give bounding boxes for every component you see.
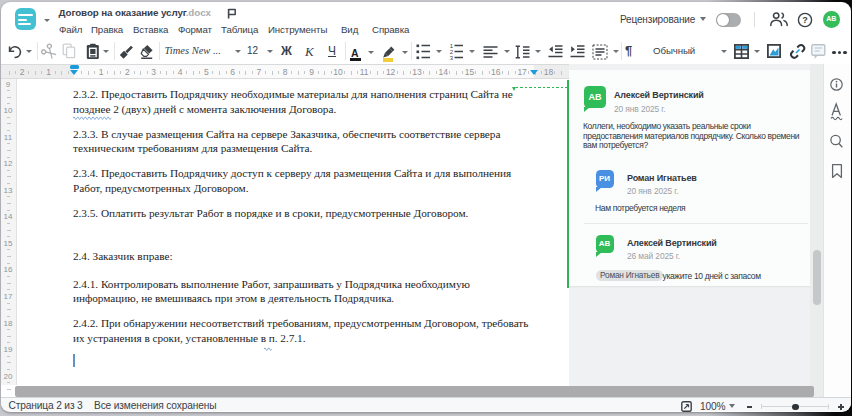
svg-text:?: ? xyxy=(802,15,808,25)
svg-text:3: 3 xyxy=(450,55,454,61)
